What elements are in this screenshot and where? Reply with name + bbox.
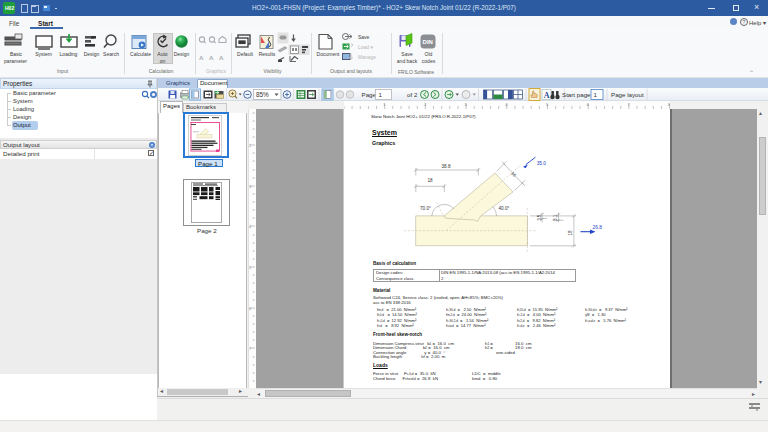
svg-text:35.0: 35.0 xyxy=(537,161,547,166)
svg-text:A: A xyxy=(219,54,224,61)
svg-text:1: 1 xyxy=(379,91,383,98)
svg-text:26.8: 26.8 xyxy=(593,225,603,230)
svg-text:A: A xyxy=(199,54,204,61)
svg-text:DIN: DIN xyxy=(423,39,433,45)
svg-text:3: 3 xyxy=(249,185,251,189)
svg-text:1: 1 xyxy=(594,91,598,98)
svg-text:7: 7 xyxy=(249,347,251,351)
svg-text:A: A xyxy=(209,54,214,61)
svg-text:6: 6 xyxy=(249,307,251,311)
svg-text:7: 7 xyxy=(627,102,630,107)
svg-text:3.1: 3.1 xyxy=(553,214,558,221)
svg-text:8: 8 xyxy=(668,102,670,107)
svg-text:4: 4 xyxy=(249,225,251,229)
svg-text:Page: Page xyxy=(362,91,377,98)
svg-text:85%: 85% xyxy=(256,91,269,98)
svg-text:1.5: 1.5 xyxy=(537,214,542,221)
svg-text:2: 2 xyxy=(249,144,251,148)
svg-text:40.0°: 40.0° xyxy=(499,206,510,211)
svg-text:18: 18 xyxy=(568,230,573,236)
svg-text:of 2: of 2 xyxy=(407,91,418,98)
svg-text:6: 6 xyxy=(587,102,590,107)
svg-text:A: A xyxy=(544,91,550,100)
svg-text:1: 1 xyxy=(383,102,386,107)
svg-text:Page layout: Page layout xyxy=(611,91,644,98)
svg-text:18: 18 xyxy=(428,178,434,183)
svg-text:Start page:: Start page: xyxy=(562,91,593,98)
svg-text:5: 5 xyxy=(249,266,251,270)
svg-text:2: 2 xyxy=(424,102,427,107)
svg-text:38.8: 38.8 xyxy=(442,164,451,169)
svg-text:70.0°: 70.0° xyxy=(420,206,431,211)
svg-text:3: 3 xyxy=(465,102,468,107)
svg-text:5: 5 xyxy=(546,102,549,107)
svg-text:4: 4 xyxy=(505,102,508,107)
